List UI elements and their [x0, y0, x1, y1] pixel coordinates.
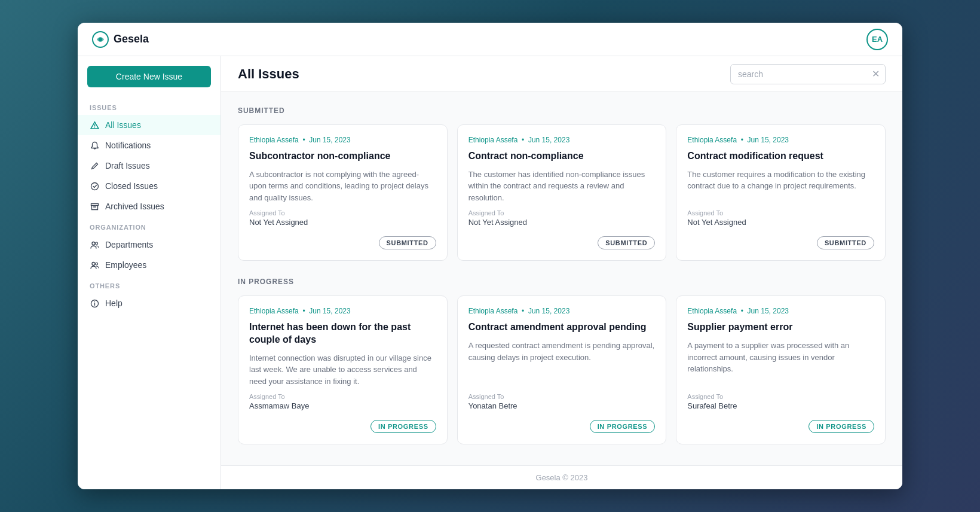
- svg-point-12: [94, 301, 94, 301]
- card-assigned-label: Assigned To: [687, 393, 874, 400]
- issue-card-supplier-payment[interactable]: Ethiopia Assefa • Jun 15, 2023 Supplier …: [676, 295, 886, 444]
- card-assigned-label: Assigned To: [468, 393, 656, 400]
- issue-card-subcontractor[interactable]: Ethiopia Assefa • Jun 15, 2023 Subcontra…: [238, 124, 448, 261]
- submitted-cards-grid: Ethiopia Assefa • Jun 15, 2023 Subcontra…: [238, 124, 886, 261]
- sidebar-item-label: Employees: [105, 260, 146, 270]
- svg-point-6: [92, 242, 95, 245]
- card-assigned-area: Assigned To Surafeal Betre: [687, 393, 874, 410]
- sidebar-section-label-others: OTHERS: [78, 275, 220, 293]
- sidebar-item-label: Departments: [105, 240, 153, 249]
- main-layout: Create New Issue ISSUES All Issues: [78, 56, 902, 489]
- card-assigned-area: Assigned To Not Yet Assigned: [468, 209, 656, 227]
- card-meta: Ethiopia Assefa • Jun 15, 2023: [249, 307, 436, 315]
- sidebar-section-issues: ISSUES All Issues: [78, 97, 220, 217]
- status-badge-in-progress: IN PROGRESS: [808, 420, 874, 433]
- title-bar: Gesela EA: [78, 23, 902, 56]
- card-meta: Ethiopia Assefa • Jun 15, 2023: [687, 307, 874, 315]
- card-assigned-value: Yonatan Betre: [468, 401, 656, 410]
- card-title: Subcontractor non-compliance: [249, 150, 436, 163]
- issue-card-contract-amendment[interactable]: Ethiopia Assefa • Jun 15, 2023 Contract …: [457, 295, 667, 444]
- svg-point-8: [92, 262, 95, 265]
- sidebar-item-help[interactable]: Help: [78, 293, 220, 313]
- card-assigned-value: Assmamaw Baye: [249, 401, 436, 410]
- sidebar-item-archived-issues[interactable]: Archived Issues: [78, 196, 220, 217]
- submitted-section-label: SUBMITTED: [238, 106, 886, 115]
- check-circle-icon: [90, 181, 99, 191]
- card-meta: Ethiopia Assefa • Jun 15, 2023: [468, 307, 656, 315]
- card-footer: SUBMITTED: [249, 236, 436, 249]
- sidebar-item-label: Notifications: [105, 141, 151, 150]
- employees-icon: [90, 260, 99, 270]
- app-footer: Gesela © 2023: [221, 465, 902, 489]
- logo-icon: [92, 31, 109, 48]
- card-assigned-label: Assigned To: [687, 209, 874, 217]
- search-input[interactable]: [730, 64, 886, 84]
- in-progress-section-label: IN PROGRESS: [238, 278, 886, 286]
- card-footer: IN PROGRESS: [687, 420, 874, 433]
- card-title: Contract amendment approval pending: [468, 321, 656, 334]
- sidebar-item-employees[interactable]: Employees: [78, 255, 220, 275]
- users-icon: [90, 240, 99, 249]
- sidebar-item-label: Closed Issues: [105, 181, 158, 191]
- card-description: The customer has identified non-complian…: [468, 169, 656, 204]
- card-assigned-area: Assigned To Not Yet Assigned: [687, 209, 874, 227]
- svg-point-7: [95, 242, 97, 245]
- app-name: Gesela: [114, 33, 149, 45]
- issue-card-contract-modification[interactable]: Ethiopia Assefa • Jun 15, 2023 Contract …: [676, 124, 886, 261]
- svg-point-3: [94, 127, 94, 127]
- card-meta: Ethiopia Assefa • Jun 15, 2023: [468, 136, 656, 144]
- card-title: Contract modification request: [687, 150, 874, 163]
- in-progress-cards-grid: Ethiopia Assefa • Jun 15, 2023 Internet …: [238, 295, 886, 444]
- card-footer: SUBMITTED: [468, 236, 656, 249]
- create-issue-button[interactable]: Create New Issue: [87, 66, 211, 87]
- card-description: Internet connection was disrupted in our…: [249, 352, 436, 388]
- card-description: A subcontractor is not complying with th…: [249, 169, 436, 204]
- sidebar-item-closed-issues[interactable]: Closed Issues: [78, 176, 220, 196]
- sidebar: Create New Issue ISSUES All Issues: [78, 56, 221, 489]
- card-assigned-value: Not Yet Assigned: [687, 218, 874, 227]
- card-assigned-label: Assigned To: [468, 209, 656, 217]
- issues-scroll: SUBMITTED Ethiopia Assefa • Jun 15, 2023…: [221, 92, 902, 465]
- card-assigned-area: Assigned To Not Yet Assigned: [249, 209, 436, 227]
- card-assigned-value: Surafeal Betre: [687, 401, 874, 410]
- card-footer: IN PROGRESS: [249, 420, 436, 433]
- issue-card-contract-noncompliance[interactable]: Ethiopia Assefa • Jun 15, 2023 Contract …: [457, 124, 667, 261]
- status-badge-submitted: SUBMITTED: [817, 236, 874, 249]
- logo-area: Gesela: [92, 31, 229, 48]
- user-avatar[interactable]: EA: [866, 29, 888, 50]
- bell-icon: [90, 141, 99, 150]
- content-area: All Issues ✕ SUBMITTED Ethiopia Assefa •…: [221, 56, 902, 489]
- svg-rect-5: [91, 203, 98, 205]
- card-description: A requested contract amendment is pendin…: [468, 340, 656, 387]
- status-badge-submitted: SUBMITTED: [379, 236, 436, 249]
- search-clear-button[interactable]: ✕: [872, 69, 880, 79]
- sidebar-item-notifications[interactable]: Notifications: [78, 135, 220, 156]
- svg-point-4: [91, 182, 98, 190]
- sidebar-item-departments[interactable]: Departments: [78, 234, 220, 255]
- card-assigned-value: Not Yet Assigned: [249, 218, 436, 227]
- page-title: All Issues: [238, 66, 721, 82]
- search-wrapper: ✕: [730, 64, 886, 84]
- issue-card-internet-down[interactable]: Ethiopia Assefa • Jun 15, 2023 Internet …: [238, 295, 448, 444]
- archive-icon: [90, 202, 99, 211]
- card-title: Contract non-compliance: [468, 150, 656, 163]
- sidebar-item-label: Draft Issues: [105, 161, 150, 170]
- sidebar-item-label: Archived Issues: [105, 202, 164, 211]
- sidebar-item-all-issues[interactable]: All Issues: [78, 115, 220, 135]
- svg-point-9: [95, 263, 97, 265]
- info-icon: [90, 298, 99, 308]
- card-title: Internet has been down for the past coup…: [249, 321, 436, 346]
- card-description: A payment to a supplier was processed wi…: [687, 340, 874, 387]
- sidebar-section-others: OTHERS Help: [78, 275, 220, 313]
- sidebar-section-organization: ORGANIZATION Departments: [78, 217, 220, 275]
- card-assigned-value: Not Yet Assigned: [468, 218, 656, 227]
- card-assigned-area: Assigned To Yonatan Betre: [468, 393, 656, 410]
- sidebar-item-draft-issues[interactable]: Draft Issues: [78, 156, 220, 176]
- card-footer: IN PROGRESS: [468, 420, 656, 433]
- status-badge-in-progress: IN PROGRESS: [590, 420, 656, 433]
- sidebar-section-label-issues: ISSUES: [78, 97, 220, 115]
- card-title: Supplier payment error: [687, 321, 874, 334]
- status-badge-submitted: SUBMITTED: [598, 236, 655, 249]
- card-assigned-area: Assigned To Assmamaw Baye: [249, 393, 436, 410]
- sidebar-item-label: Help: [105, 298, 122, 308]
